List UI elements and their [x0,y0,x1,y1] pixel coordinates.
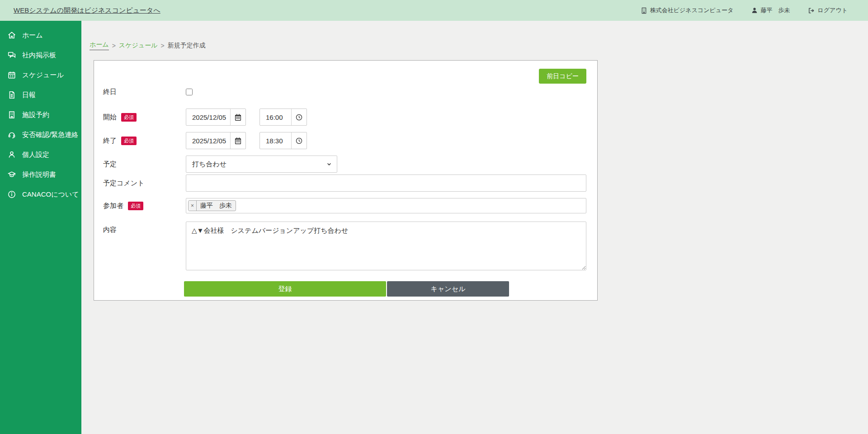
required-badge: 必須 [128,202,143,210]
submit-button[interactable]: 登録 [184,281,386,297]
calendar-icon [8,71,16,79]
breadcrumb-home-link[interactable]: ホーム [90,41,109,50]
facility-icon [8,111,16,119]
end-date-input[interactable]: 2025/12/05 [186,132,246,149]
person-icon [8,151,16,159]
content-textarea[interactable]: △▼会社様 システムバージョンアップ打ち合わせ [186,222,586,270]
sidebar-item-label: 日報 [22,91,36,99]
company-info: 株式会社ビジネスコンピュータ [641,6,734,14]
end-time-value: 18:30 [260,137,291,145]
report-icon [8,91,16,99]
schedule-type-select[interactable]: 打ち合わせ [186,156,337,173]
type-label: 予定 [103,160,117,169]
cancel-button[interactable]: キャンセル [387,281,509,297]
start-date-value: 2025/12/05 [186,113,230,121]
comment-label: 予定コメント [103,179,144,188]
home-icon [8,31,16,39]
sidebar-item-facility[interactable]: 施設予約 [0,105,81,125]
sidebar-item-label: 個人設定 [22,151,49,159]
end-row: 終了 必須 2025/12/05 18:30 [103,132,586,149]
clock-picker-icon[interactable] [291,132,307,149]
sidebar-item-board[interactable]: 社内掲示板 [0,45,81,65]
user-name: 藤平 歩未 [760,6,790,14]
participants-row: 参加者 必須 × 藤平 歩未 [103,198,586,213]
top-header: WEBシステムの開発はビジネスコンピュータへ 株式会社ビジネスコンピュータ 藤平… [0,0,868,21]
start-time-value: 16:00 [260,113,291,121]
sidebar-item-label: スケジュール [22,71,64,80]
header-right: 株式会社ビジネスコンピュータ 藤平 歩未 ログアウト [641,6,848,14]
calendar-picker-icon[interactable] [230,132,245,149]
comment-row: 予定コメント [103,175,586,192]
all-day-label: 終日 [103,88,117,96]
sidebar-nav: ホーム 社内掲示板 スケジュール 日報 施設予約 安否確認/緊急連絡 個人設定 [0,21,81,434]
manual-icon [8,170,16,179]
calendar-picker-icon[interactable] [230,109,245,125]
sidebar-item-about-canaco[interactable]: CANACOについて [0,184,81,204]
schedule-type-value: 打ち合わせ [186,160,321,169]
logout-icon [808,7,815,14]
company-name: 株式会社ビジネスコンピュータ [650,6,734,14]
form-actions: 登録 キャンセル [184,281,586,297]
building-icon [641,7,647,14]
required-badge: 必須 [121,137,137,145]
breadcrumb-schedule-link[interactable]: スケジュール [119,42,158,50]
sidebar-item-label: 社内掲示板 [22,51,56,60]
all-day-row: 終日 [103,86,586,97]
user-icon [751,7,758,14]
remove-participant-icon[interactable]: × [189,201,197,211]
end-time-input[interactable]: 18:30 [259,132,307,149]
all-day-checkbox[interactable] [186,89,193,95]
sidebar-item-home[interactable]: ホーム [0,25,81,45]
sidebar-item-manual[interactable]: 操作説明書 [0,165,81,184]
end-date-value: 2025/12/05 [186,137,230,145]
start-date-input[interactable]: 2025/12/05 [186,108,246,126]
start-label: 開始 [103,113,117,122]
start-row: 開始 必須 2025/12/05 16:00 [103,108,586,126]
type-row: 予定 打ち合わせ [103,156,586,173]
sidebar-item-schedule[interactable]: スケジュール [0,65,81,85]
required-badge: 必須 [121,113,137,122]
new-schedule-form-card: 前日コピー 終日 開始 必須 2025/12/05 16:00 [94,60,598,301]
sidebar-item-label: CANACOについて [22,190,79,199]
sidebar-item-report[interactable]: 日報 [0,85,81,105]
clock-picker-icon[interactable] [291,109,307,125]
participants-input[interactable]: × 藤平 歩未 [186,198,586,213]
sidebar-item-label: 施設予約 [22,111,49,119]
logout-button[interactable]: ログアウト [808,6,848,14]
content-row: 内容 △▼会社様 システムバージョンアップ打ち合わせ [103,222,586,270]
breadcrumb-separator: > [160,42,164,49]
schedule-comment-input[interactable] [186,175,586,192]
sidebar-item-safety[interactable]: 安否確認/緊急連絡 [0,125,81,145]
headset-icon [8,131,16,139]
logout-label: ログアウト [817,6,848,14]
copy-previous-day-button[interactable]: 前日コピー [539,69,586,84]
sidebar-item-label: 安否確認/緊急連絡 [22,131,78,139]
content-label: 内容 [103,226,117,234]
start-time-input[interactable]: 16:00 [259,108,307,126]
sidebar-item-label: ホーム [22,31,43,40]
participants-label: 参加者 [103,202,123,210]
chevron-down-icon [321,161,337,167]
user-info: 藤平 歩未 [751,6,790,14]
breadcrumb-separator: > [112,42,116,49]
breadcrumb-current-page: 新規予定作成 [168,42,206,50]
participant-tag: × 藤平 歩未 [188,200,236,211]
sidebar-item-personal-settings[interactable]: 個人設定 [0,145,81,165]
breadcrumb: ホーム > スケジュール > 新規予定作成 [90,41,868,50]
sidebar-item-label: 操作説明書 [22,170,56,179]
end-label: 終了 [103,137,117,145]
participant-name: 藤平 歩未 [197,202,236,210]
site-promo-link[interactable]: WEBシステムの開発はビジネスコンピュータへ [14,6,160,15]
board-icon [8,51,16,59]
info-icon [8,190,16,198]
main-content: ホーム > スケジュール > 新規予定作成 前日コピー 終日 開始 必須 [81,21,868,434]
